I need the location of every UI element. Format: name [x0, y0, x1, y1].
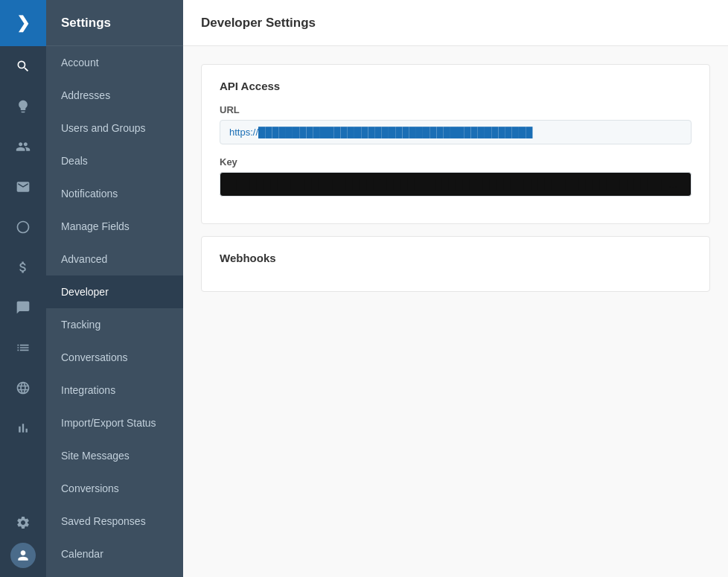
circle-rail-icon[interactable] [0, 208, 46, 246]
dollar-rail-icon[interactable] [0, 249, 46, 286]
settings-rail-icon[interactable] [0, 504, 46, 541]
card-title-1: Webhooks [220, 252, 692, 264]
sidebar-item-calendar[interactable]: Calendar [46, 538, 183, 570]
sidebar-header: Settings [46, 0, 183, 46]
sidebar-item-account[interactable]: Account [46, 46, 183, 79]
sidebar-item-import-export-status[interactable]: Import/Export Status [46, 407, 183, 439]
chat-rail-icon[interactable] [0, 289, 46, 326]
sidebar-item-users-and-groups[interactable]: Users and Groups [46, 112, 183, 144]
main-content-area: Developer Settings API AccessURLhttps://… [183, 0, 728, 577]
chart-rail-icon[interactable] [0, 409, 46, 447]
search-rail-icon[interactable] [0, 48, 46, 85]
sidebar-item-tracking[interactable]: Tracking [46, 308, 183, 341]
main-content: API AccessURLhttps://███████████████████… [183, 46, 728, 577]
field-label-0: URL [220, 104, 692, 115]
main-header: Developer Settings [183, 0, 728, 46]
page-title: Developer Settings [201, 16, 316, 31]
sidebar-item-addresses[interactable]: Addresses [46, 79, 183, 112]
sidebar-item-notifications[interactable]: Notifications [46, 177, 183, 210]
field-label-1: Key [220, 156, 692, 168]
sidebar: Settings AccountAddressesUsers and Group… [46, 0, 183, 577]
sidebar-item-security[interactable]: Security [46, 570, 183, 577]
sidebar-item-site-messages[interactable]: Site Messages [46, 439, 183, 472]
sidebar-item-advanced[interactable]: Advanced [46, 243, 183, 275]
sidebar-item-deals[interactable]: Deals [46, 144, 183, 177]
sidebar-item-saved-responses[interactable]: Saved Responses [46, 505, 183, 538]
users-rail-icon[interactable] [0, 128, 46, 165]
chevron-icon: ❯ [16, 13, 30, 33]
globe-rail-icon[interactable] [0, 369, 46, 407]
lightbulb-rail-icon[interactable] [0, 88, 46, 125]
card-0: API AccessURLhttps://███████████████████… [201, 64, 710, 224]
mail-rail-icon[interactable] [0, 168, 46, 205]
card-title-0: API Access [220, 80, 692, 92]
sidebar-item-integrations[interactable]: Integrations [46, 374, 183, 407]
logo-button[interactable]: ❯ [0, 0, 46, 46]
sidebar-item-manage-fields[interactable]: Manage Fields [46, 210, 183, 243]
field-value-1[interactable]: ████████████████████████████████████████… [220, 172, 692, 197]
sidebar-item-conversions[interactable]: Conversions [46, 472, 183, 505]
sidebar-item-developer[interactable]: Developer [46, 275, 183, 308]
rail-bottom [0, 503, 46, 577]
icon-rail: ❯ [0, 0, 46, 577]
list-rail-icon[interactable] [0, 329, 46, 366]
card-1: Webhooks [201, 236, 710, 292]
field-value-0[interactable]: https://████████████████████████████████… [220, 120, 692, 144]
avatar[interactable] [10, 543, 36, 568]
sidebar-item-conversations[interactable]: Conversations [46, 341, 183, 374]
